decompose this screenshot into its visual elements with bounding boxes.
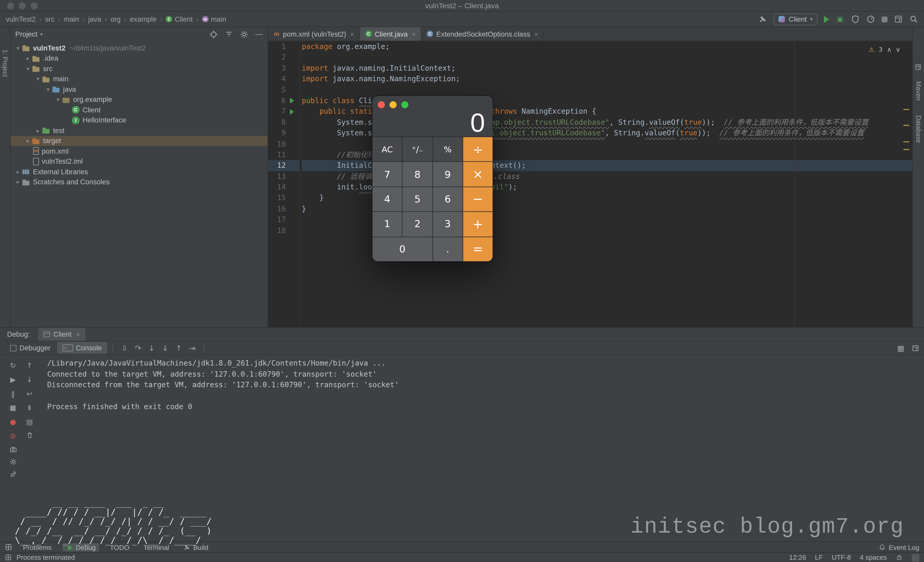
prev-warning-icon[interactable]: ∧ xyxy=(887,45,891,56)
gutter-line[interactable]: 16 xyxy=(268,204,299,214)
chevron-icon[interactable]: ▾ xyxy=(14,45,22,51)
step-into-icon[interactable]: ↓ xyxy=(145,344,158,352)
status-item[interactable]: LF xyxy=(815,554,823,561)
gutter-line[interactable]: 9 xyxy=(268,128,299,139)
calc-key-.[interactable]: . xyxy=(433,237,462,262)
editor-tab[interactable]: CClient.java× xyxy=(360,27,422,41)
gutter-line[interactable]: 15 xyxy=(268,193,299,204)
clear-output-icon[interactable] xyxy=(26,432,33,439)
gutter-line[interactable]: 10 xyxy=(268,139,299,149)
stop-button[interactable] xyxy=(882,16,888,22)
close-window-button[interactable] xyxy=(7,2,14,9)
run-to-cursor-icon[interactable]: ⇥ xyxy=(186,344,198,352)
tree-item[interactable]: CClient xyxy=(10,105,267,115)
chevron-icon[interactable]: ▸ xyxy=(24,138,32,144)
calc-key-1[interactable]: 1 xyxy=(372,212,402,236)
frames-down-icon[interactable]: ↓ xyxy=(25,375,34,384)
tree-item[interactable]: ▾vulnTest2~/d4m1ts/java/vulnTest2 xyxy=(10,43,267,53)
calc-key-4[interactable]: 4 xyxy=(372,187,402,212)
chevron-icon[interactable]: ▸ xyxy=(34,128,42,133)
status-item[interactable]: UTF-8 xyxy=(832,554,851,561)
stop-icon[interactable]: ■ xyxy=(8,403,18,413)
hide-panel-icon[interactable]: — xyxy=(255,31,263,37)
calc-key-−[interactable]: − xyxy=(463,187,493,212)
tree-item[interactable]: ▸.idea xyxy=(10,53,267,64)
editor-tab[interactable]: CExtendedSocketOptions.class× xyxy=(422,27,544,41)
tab-console[interactable]: Console xyxy=(57,342,107,354)
breadcrumb-item[interactable]: CClient xyxy=(166,15,193,23)
gutter-line[interactable]: 2 xyxy=(268,52,299,63)
show-execution-point-icon[interactable]: ⇩ xyxy=(118,344,130,352)
status-item[interactable]: 12:26 xyxy=(789,554,806,561)
gutter-line[interactable]: 1 xyxy=(268,41,299,52)
gutter-line[interactable]: 6 xyxy=(268,96,299,106)
calc-key-÷[interactable]: ÷ xyxy=(463,137,493,161)
profiler-button[interactable] xyxy=(866,15,875,24)
calc-key-3[interactable]: 3 xyxy=(433,212,462,236)
status-grid-icon[interactable] xyxy=(4,554,12,561)
gutter-line[interactable]: 4 xyxy=(268,74,299,85)
inspection-widget[interactable]: ⚠ 3 ∧ ∨ xyxy=(868,45,900,56)
tab-close-icon[interactable]: × xyxy=(412,30,416,37)
view-breakpoints-icon[interactable]: ● xyxy=(8,417,18,427)
pin-icon[interactable] xyxy=(9,470,17,478)
calc-key-6[interactable]: 6 xyxy=(433,187,462,212)
minimize-window-button[interactable] xyxy=(19,2,26,9)
lock-icon[interactable] xyxy=(896,554,903,561)
calc-key-2[interactable]: 2 xyxy=(403,212,432,236)
layout-settings-icon[interactable] xyxy=(912,344,920,352)
shelf-icon[interactable] xyxy=(915,64,922,71)
breadcrumb-item[interactable]: vulnTest2 xyxy=(6,15,36,23)
chevron-icon[interactable]: ▾ xyxy=(34,76,42,82)
status-item[interactable]: 4 spaces xyxy=(860,554,887,561)
gutter-line[interactable]: 5 xyxy=(268,85,299,96)
screenshot-icon[interactable] xyxy=(9,445,17,453)
breadcrumb-item[interactable]: main xyxy=(64,15,79,23)
gutter-line[interactable]: 18 xyxy=(268,225,299,236)
chevron-icon[interactable]: ▾ xyxy=(44,87,52,92)
chevron-icon[interactable]: ▸ xyxy=(14,169,22,175)
calc-key-%[interactable]: % xyxy=(433,137,462,161)
gutter-line[interactable]: 7 xyxy=(268,106,299,117)
tool-windows-icon[interactable] xyxy=(894,15,903,24)
gear-icon[interactable] xyxy=(240,30,249,39)
coverage-button[interactable] xyxy=(851,15,860,24)
calc-key-0[interactable]: 0 xyxy=(372,237,432,262)
gutter-line[interactable]: 14 xyxy=(268,182,299,193)
debug-button[interactable] xyxy=(836,15,844,24)
locate-file-icon[interactable] xyxy=(209,30,218,39)
tree-item[interactable]: ▾java xyxy=(10,84,267,94)
gutter-line[interactable]: 17 xyxy=(268,214,299,225)
evaluate-expression-icon[interactable]: ▦ xyxy=(895,344,907,352)
gutter-line[interactable]: 13 xyxy=(268,171,299,182)
calc-key-7[interactable]: 7 xyxy=(372,162,402,187)
tree-item[interactable]: ▸Scratches and Consoles xyxy=(10,177,267,187)
pause-icon[interactable]: ‖ xyxy=(8,389,18,399)
breadcrumb-item[interactable]: src xyxy=(45,15,54,23)
tool-button-project[interactable]: 1: Project xyxy=(2,49,9,77)
chevron-icon[interactable]: ▸ xyxy=(24,55,32,61)
scroll-to-end-icon[interactable]: ⇟ xyxy=(25,403,34,413)
breadcrumb-item[interactable]: org xyxy=(111,15,121,23)
resume-icon[interactable]: ▶ xyxy=(8,375,18,384)
calc-key-AC[interactable]: AC xyxy=(372,137,402,161)
frames-up-icon[interactable]: ↑ xyxy=(25,361,34,371)
step-over-icon[interactable]: ↷ xyxy=(132,344,144,352)
tree-item[interactable]: ▸External Libraries xyxy=(10,166,267,177)
tree-item[interactable]: ▾org.example xyxy=(10,94,267,105)
calc-key-8[interactable]: 8 xyxy=(403,162,432,187)
print-icon[interactable]: ▤ xyxy=(25,417,34,427)
run-configuration-select[interactable]: Client ▾ xyxy=(774,13,818,25)
warning-tick[interactable] xyxy=(903,141,909,143)
calc-close-button[interactable] xyxy=(378,101,385,108)
calc-zoom-button[interactable] xyxy=(401,101,408,108)
debug-session-tab[interactable]: Client × xyxy=(38,328,86,341)
gutter-line[interactable]: 8 xyxy=(268,117,299,128)
warning-tick[interactable] xyxy=(903,125,909,126)
force-step-into-icon[interactable]: ⇓ xyxy=(159,344,171,352)
chevron-down-icon[interactable]: ▾ xyxy=(40,31,43,37)
tool-button-maven[interactable]: Maven xyxy=(915,81,922,100)
gutter-line[interactable]: 11 xyxy=(268,149,299,160)
tree-item[interactable]: vulnTest2.iml xyxy=(10,156,267,166)
build-hammer-icon[interactable] xyxy=(759,15,767,24)
